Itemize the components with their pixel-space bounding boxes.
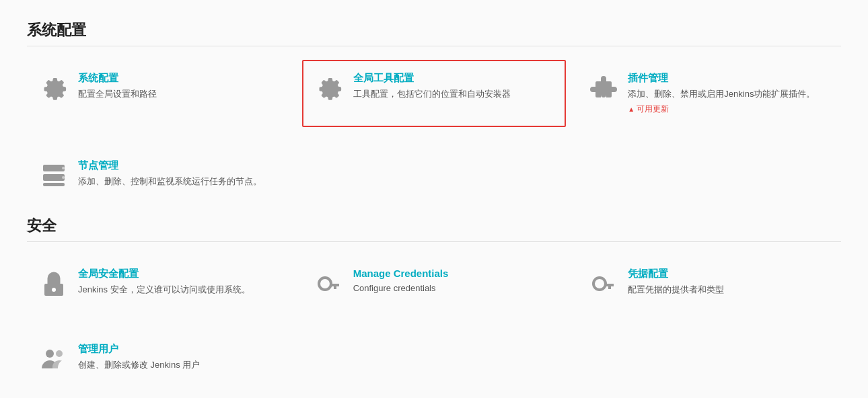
credential-config-content: 凭据配置 配置凭据的提供者和类型 — [628, 268, 724, 296]
node-row-grid: 节点管理 添加、删除、控制和监视系统运行任务的节点。 — [27, 147, 841, 202]
svg-rect-1 — [43, 174, 65, 181]
empty-cell-2 — [577, 147, 841, 202]
global-tool-config-content: 全局工具配置 工具配置，包括它们的位置和自动安装器 — [353, 72, 511, 101]
key-icon — [314, 269, 344, 298]
manage-users-card-title[interactable]: 管理用户 — [78, 343, 200, 356]
plugin-manager-content: 插件管理 添加、删除、禁用或启用Jenkins功能扩展插件。 可用更新 — [628, 72, 815, 115]
svg-point-3 — [62, 176, 65, 179]
node-manager-card-title[interactable]: 节点管理 — [78, 159, 262, 172]
svg-point-6 — [52, 288, 56, 292]
manage-credentials-content: Manage Credentials Configure credentials — [353, 268, 449, 295]
puzzle-icon — [589, 73, 618, 103]
svg-point-8 — [593, 278, 606, 290]
lock-icon — [39, 269, 69, 298]
gear-icon-2 — [314, 73, 344, 103]
system-config-title: 系统配置 — [27, 20, 841, 46]
global-security-card[interactable]: 全局安全配置 Jenkins 安全，定义谁可以访问或使用系统。 — [27, 255, 291, 311]
key-icon-2 — [589, 269, 618, 298]
security-section-title: 安全 — [27, 216, 841, 242]
global-security-card-title[interactable]: 全局安全配置 — [78, 268, 250, 280]
security-row-1-grid: 全局安全配置 Jenkins 安全，定义谁可以访问或使用系统。 Manage C… — [27, 255, 841, 311]
svg-rect-0 — [43, 165, 65, 171]
credential-config-card-desc: 配置凭据的提供者和类型 — [628, 283, 724, 296]
system-config-card-title[interactable]: 系统配置 — [78, 72, 157, 85]
empty-cell-4 — [577, 331, 841, 386]
empty-cell-1 — [302, 147, 567, 202]
manage-users-content: 管理用户 创建、删除或修改 Jenkins 用户 — [78, 343, 200, 372]
node-manager-card[interactable]: 节点管理 添加、删除、控制和监视系统运行任务的节点。 — [27, 147, 291, 202]
system-config-card-desc: 配置全局设置和路径 — [78, 87, 157, 101]
update-badge: 可用更新 — [628, 104, 669, 115]
system-config-grid: 系统配置 配置全局设置和路径 全局工具配置 工具配置，包括它们的位置和自动安装器… — [27, 60, 841, 127]
svg-point-9 — [46, 350, 54, 358]
node-manager-content: 节点管理 添加、删除、控制和监视系统运行任务的节点。 — [78, 159, 262, 188]
system-config-card[interactable]: 系统配置 配置全局设置和路径 — [27, 60, 291, 127]
svg-point-7 — [319, 278, 331, 290]
svg-rect-4 — [43, 183, 65, 186]
users-icon — [39, 344, 69, 374]
global-tool-config-card-desc: 工具配置，包括它们的位置和自动安装器 — [353, 87, 511, 101]
manage-users-card[interactable]: 管理用户 创建、删除或修改 Jenkins 用户 — [27, 331, 291, 386]
global-tool-config-card-title[interactable]: 全局工具配置 — [353, 72, 511, 85]
svg-point-2 — [62, 167, 65, 169]
manage-credentials-card[interactable]: Manage Credentials Configure credentials — [302, 255, 567, 311]
plugin-manager-card-title[interactable]: 插件管理 — [628, 72, 815, 85]
empty-cell-3 — [302, 331, 567, 386]
credential-config-card[interactable]: 凭据配置 配置凭据的提供者和类型 — [577, 255, 841, 311]
manage-users-card-desc: 创建、删除或修改 Jenkins 用户 — [78, 358, 200, 372]
security-row-2-grid: 管理用户 创建、删除或修改 Jenkins 用户 — [27, 331, 841, 386]
global-security-card-desc: Jenkins 安全，定义谁可以访问或使用系统。 — [78, 283, 250, 296]
manage-credentials-card-title[interactable]: Manage Credentials — [353, 268, 449, 279]
plugin-manager-card[interactable]: 插件管理 添加、删除、禁用或启用Jenkins功能扩展插件。 可用更新 — [577, 60, 841, 127]
server-icon — [39, 161, 69, 190]
manage-credentials-card-desc: Configure credentials — [353, 282, 449, 295]
global-tool-config-card[interactable]: 全局工具配置 工具配置，包括它们的位置和自动安装器 — [302, 60, 567, 127]
credential-config-card-title[interactable]: 凭据配置 — [628, 268, 724, 280]
gear-icon — [39, 73, 69, 103]
node-manager-card-desc: 添加、删除、控制和监视系统运行任务的节点。 — [78, 175, 262, 188]
system-config-content: 系统配置 配置全局设置和路径 — [78, 72, 157, 101]
plugin-manager-card-desc: 添加、删除、禁用或启用Jenkins功能扩展插件。 — [628, 87, 815, 101]
svg-point-10 — [56, 350, 63, 357]
global-security-content: 全局安全配置 Jenkins 安全，定义谁可以访问或使用系统。 — [78, 268, 250, 296]
